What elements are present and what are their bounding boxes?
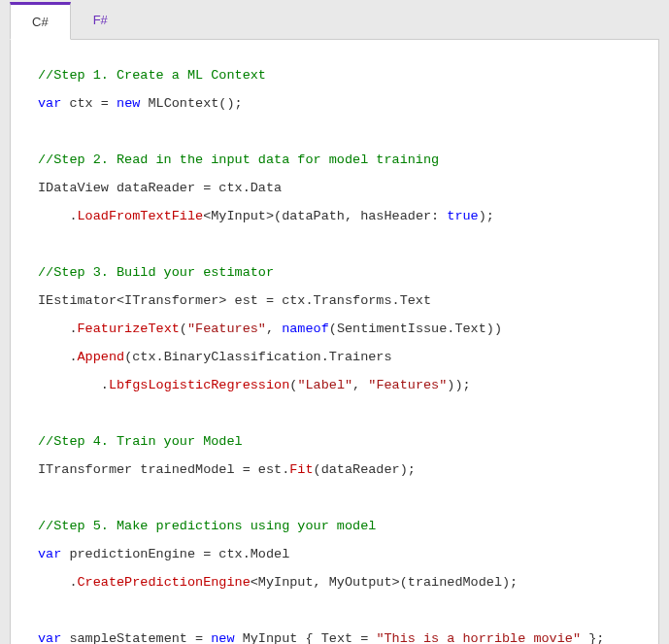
code-text: . (38, 378, 109, 392)
code-method: FeaturizeText (78, 322, 180, 336)
code-text: sampleStatement = (61, 631, 211, 644)
code-text: ); (479, 209, 494, 223)
code-keyword: var (38, 96, 61, 111)
code-text: }; (581, 631, 604, 644)
code-string: "Features" (368, 378, 447, 392)
code-method: Fit (289, 462, 313, 477)
code-text: . (38, 209, 78, 223)
tab-label: F# (93, 13, 108, 27)
code-text: MyInput { Text = (235, 631, 377, 644)
code-keyword: new (211, 631, 234, 644)
code-text: . (38, 350, 78, 364)
code-text: (SentimentIssue.Text)) (329, 322, 502, 336)
code-block: //Step 1. Create a ML Context var ctx = … (38, 61, 641, 644)
tab-label: C# (32, 15, 49, 29)
tab-fsharp[interactable]: F# (71, 2, 130, 39)
code-comment: //Step 4. Train your Model (38, 434, 243, 449)
code-keyword: new (117, 96, 140, 111)
code-keyword: var (38, 631, 61, 644)
code-comment: //Step 1. Create a ML Context (38, 68, 266, 83)
code-string: "Features" (187, 322, 266, 336)
code-panel: //Step 1. Create a ML Context var ctx = … (10, 40, 659, 644)
code-text: IEstimator<ITransformer> est = ctx.Trans… (38, 293, 431, 308)
code-text: (dataReader); (314, 462, 416, 477)
code-text: ( (180, 322, 187, 336)
code-keyword: nameof (282, 322, 329, 336)
code-text: . (38, 322, 78, 336)
code-text: ctx = (61, 96, 117, 111)
code-text: IDataView dataReader = ctx.Data (38, 181, 282, 195)
code-comment: //Step 5. Make predictions using your mo… (38, 519, 376, 533)
code-example-container: C# F# //Step 1. Create a ML Context var … (0, 0, 669, 644)
code-string: "Label" (297, 378, 352, 392)
code-text: <MyInput, MyOutput>(trainedModel); (251, 575, 518, 590)
code-method: CreatePredictionEngine (78, 575, 251, 590)
code-text: , (266, 322, 282, 336)
code-text: MLContext(); (140, 96, 242, 111)
code-keyword: true (447, 209, 478, 223)
code-string: "This is a horrible movie" (376, 631, 581, 644)
code-method: LbfgsLogisticRegression (109, 378, 289, 392)
code-method: Append (78, 350, 125, 364)
code-text: predictionEngine = ctx.Model (61, 547, 289, 561)
code-comment: //Step 2. Read in the input data for mod… (38, 153, 439, 167)
code-comment: //Step 3. Build your estimator (38, 265, 274, 280)
code-method: LoadFromTextFile (78, 209, 204, 223)
code-text: , (352, 378, 368, 392)
code-text: ITransformer trainedModel = est. (38, 462, 289, 477)
tab-csharp[interactable]: C# (10, 2, 71, 40)
language-tabs: C# F# (10, 2, 659, 40)
code-text: )); (447, 378, 470, 392)
code-keyword: var (38, 547, 61, 561)
code-text: (ctx.BinaryClassification.Trainers (124, 350, 391, 364)
code-text: . (38, 575, 78, 590)
code-text: <MyInput>(dataPath, hasHeader: (203, 209, 447, 223)
